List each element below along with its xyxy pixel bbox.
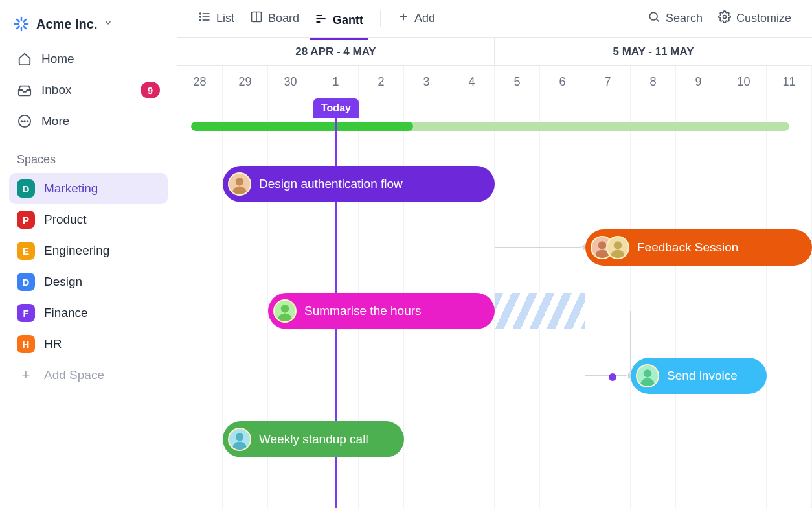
space-chip: D [17,179,35,198]
task-standup[interactable]: Weekly standup call [223,421,404,457]
main: List Board Gantt Add Search Cus [177,0,812,508]
space-label: Design [44,275,82,289]
day-cell: 29 [223,66,268,98]
svg-line-6 [17,27,19,29]
spaces-list: DMarketingPProductEEngineeringDDesignFFi… [9,173,168,360]
svg-line-7 [24,19,27,22]
avatar [228,428,251,451]
space-chip: P [17,211,35,229]
space-item-hr[interactable]: HHR [9,329,168,360]
day-cell: 5 [495,66,540,98]
week-header: 28 APR - 4 MAY 5 MAY - 11 MAY [177,38,812,66]
add-space-button[interactable]: + Add Space [9,360,168,391]
day-cell: 4 [449,66,495,98]
today-label: Today [313,98,359,118]
nav-more[interactable]: More [9,106,168,136]
task-invoice[interactable]: Send invoice [631,358,767,394]
avatar [636,364,659,387]
nav-home-label: Home [41,52,74,66]
week-range-b: 5 MAY - 11 MAY [495,38,812,65]
svg-line-5 [24,27,27,29]
task-label: Send invoice [667,369,738,383]
task-label: Summarise the hours [304,304,422,318]
space-label: HR [44,337,62,351]
search-icon [648,10,660,27]
more-icon [17,114,32,128]
avatar [273,299,297,323]
search-label: Search [666,12,703,25]
svg-point-25 [649,12,657,20]
inbox-icon [17,83,32,97]
space-item-engineering[interactable]: EEngineering [9,235,168,266]
space-label: Engineering [44,244,109,258]
add-view-label: Add [414,12,435,25]
view-gantt-label: Gantt [333,14,363,27]
plus-icon: + [17,366,35,384]
day-cell: 28 [177,66,223,98]
day-cell: 3 [404,66,449,98]
task-label: Feedback Session [637,240,738,255]
svg-point-29 [236,178,243,185]
add-view-button[interactable]: Add [392,6,440,31]
day-cell: 10 [721,66,767,98]
day-cell: 6 [540,66,585,98]
days-header: 2829301234567891011 [177,66,812,98]
home-icon [17,52,32,66]
svg-point-16 [200,16,201,17]
svg-point-44 [236,433,243,441]
chevron-down-icon [104,18,113,30]
avatar [228,172,251,196]
milestone-dot[interactable] [609,373,616,381]
inbox-badge: 9 [141,82,160,98]
svg-point-11 [27,121,28,122]
space-chip: E [17,242,35,260]
progress-bar [191,122,789,131]
space-label: Marketing [44,181,98,196]
space-chip: F [17,304,35,322]
space-item-product[interactable]: PProduct [9,204,168,235]
svg-line-4 [17,19,19,22]
svg-point-9 [21,121,23,122]
view-board[interactable]: Board [245,5,304,32]
nav-inbox-label: Inbox [41,83,71,97]
customize-label: Customize [736,12,791,25]
add-space-label: Add Space [44,368,104,382]
svg-point-32 [598,241,606,249]
day-cell: 30 [268,66,313,98]
board-icon [250,10,263,27]
svg-point-38 [281,305,289,312]
search-button[interactable]: Search [642,6,708,30]
view-list[interactable]: List [193,5,240,32]
task-hours[interactable]: Summarise the hours [268,293,495,329]
nav-home[interactable]: Home [9,44,168,74]
gantt-timeline[interactable]: 28 APR - 4 MAY 5 MAY - 11 MAY 2829301234… [177,38,812,508]
customize-button[interactable]: Customize [713,6,796,30]
view-gantt[interactable]: Gantt [310,7,368,40]
nav-inbox[interactable]: Inbox 9 [9,74,168,106]
space-label: Product [44,213,86,227]
org-name: Acme Inc. [36,17,97,32]
task-label: Design authentication flow [259,177,403,191]
svg-point-41 [644,369,651,377]
svg-point-10 [24,121,25,122]
day-cell: 2 [359,66,404,98]
task-slack-block [495,293,585,329]
space-item-design[interactable]: DDesign [9,266,168,297]
week-range-a: 28 APR - 4 MAY [177,38,495,65]
day-cell: 7 [585,66,631,98]
task-auth[interactable]: Design authentication flow [223,166,495,202]
svg-line-26 [657,19,659,22]
nav-more-label: More [41,114,69,128]
svg-point-35 [614,241,622,249]
task-feedback[interactable]: Feedback Session [585,229,812,266]
gear-icon [718,10,731,27]
org-switcher[interactable]: Acme Inc. [9,12,168,44]
avatar [606,236,629,259]
org-logo-icon [13,16,30,32]
view-list-label: List [216,12,234,25]
space-item-marketing[interactable]: DMarketing [9,173,168,204]
day-cell: 11 [767,66,812,98]
view-board-label: Board [268,12,299,25]
day-cell: 8 [631,66,676,98]
space-item-finance[interactable]: FFinance [9,297,168,329]
